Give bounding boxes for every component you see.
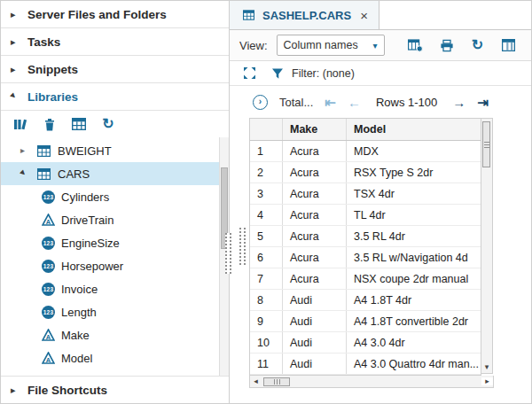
row-number-cell[interactable]: 8 — [250, 290, 282, 310]
column-header-model[interactable]: Model — [346, 119, 481, 140]
make-cell[interactable]: Acura — [282, 141, 346, 161]
prev-page-button[interactable]: ← — [348, 96, 361, 109]
model-cell[interactable]: TSX 4dr — [346, 183, 481, 204]
make-cell[interactable]: Acura — [282, 226, 346, 246]
refresh-icon[interactable]: ↻ — [470, 37, 486, 53]
tree-column-enginesize[interactable]: 123 EngineSize — [1, 231, 219, 254]
make-cell[interactable]: Audi — [282, 290, 346, 310]
make-cell[interactable]: Audi — [282, 332, 346, 353]
row-number-cell[interactable]: 6 — [250, 247, 282, 268]
refresh-icon[interactable]: ↻ — [100, 116, 116, 132]
table-row[interactable]: 6 Acura 3.5 RL w/Navigation 4d — [250, 247, 481, 268]
model-cell[interactable]: A4 3.0 4dr — [346, 332, 481, 353]
tree-column-make[interactable]: A Make — [1, 323, 219, 346]
row-number-cell[interactable]: 7 — [250, 268, 282, 289]
sidebar-section-libraries[interactable]: ▸ Libraries — [1, 83, 229, 111]
row-number-cell[interactable]: 10 — [250, 332, 282, 353]
table-row[interactable]: 7 Acura NSX coupe 2dr manual — [250, 268, 481, 290]
maximize-icon[interactable] — [241, 66, 257, 82]
expand-details-icon[interactable]: › — [253, 95, 268, 110]
view-select[interactable]: Column names ▾ — [277, 35, 385, 56]
model-cell[interactable]: 3.5 RL w/Navigation 4d — [346, 247, 481, 268]
sidebar-section-snippets[interactable]: ▸ Snippets — [1, 56, 229, 83]
horizontal-scrollbar[interactable]: ◂ ▸ — [249, 376, 494, 388]
numeric-column-icon: 123 — [42, 237, 55, 250]
scroll-left-arrow[interactable]: ◂ — [250, 377, 262, 385]
make-cell[interactable]: Acura — [282, 247, 346, 268]
scroll-down-arrow[interactable]: ▾ — [481, 362, 492, 372]
table-row[interactable]: 11 Audi A4 3.0 Quattro 4dr man... — [250, 354, 481, 375]
svg-text:A: A — [46, 356, 51, 364]
row-number-cell[interactable]: 1 — [250, 141, 282, 161]
table-icon[interactable] — [71, 116, 87, 132]
scroll-right-arrow[interactable]: ▸ — [481, 377, 493, 385]
table-icon — [240, 7, 256, 23]
tree-item-cars[interactable]: ▸ CARS — [1, 162, 219, 185]
filter-icon[interactable] — [270, 66, 286, 82]
tab-sashelp-cars[interactable]: SASHELP.CARS × — [230, 1, 379, 29]
model-cell[interactable]: NSX coupe 2dr manual — [346, 268, 481, 289]
table-row[interactable]: 8 Audi A4 1.8T 4dr — [250, 290, 481, 311]
make-cell[interactable]: Audi — [282, 311, 346, 331]
table-row[interactable]: 10 Audi A4 3.0 4dr — [250, 332, 481, 354]
sidebar-section-server-files[interactable]: ▸ Server Files and Folders — [1, 1, 229, 28]
make-cell[interactable]: Acura — [282, 268, 346, 289]
table-row[interactable]: 5 Acura 3.5 RL 4dr — [250, 226, 481, 247]
model-cell[interactable]: A4 1.8T convertible 2dr — [346, 311, 481, 331]
section-label: Server Files and Folders — [27, 8, 167, 21]
row-number-cell[interactable]: 4 — [250, 205, 282, 225]
table-row[interactable]: 3 Acura TSX 4dr — [250, 183, 481, 205]
tree-column-length[interactable]: 123 Length — [1, 300, 219, 323]
tree-column-cylinders[interactable]: 123 Cylinders — [1, 185, 219, 208]
model-cell[interactable]: 3.5 RL 4dr — [346, 226, 481, 246]
model-cell[interactable]: TL 4dr — [346, 205, 481, 225]
print-icon[interactable] — [439, 37, 455, 53]
svg-text:A: A — [46, 218, 51, 226]
sidebar-section-file-shortcuts[interactable]: ▸ File Shortcuts — [1, 376, 229, 403]
new-library-icon[interactable] — [12, 116, 28, 132]
close-icon[interactable]: × — [360, 9, 368, 22]
row-number-cell[interactable]: 3 — [250, 183, 282, 204]
table-row[interactable]: 1 Acura MDX — [250, 141, 481, 162]
tree-column-model[interactable]: A Model — [1, 346, 219, 369]
row-number-cell[interactable]: 11 — [250, 354, 282, 374]
row-number-cell[interactable]: 2 — [250, 162, 282, 183]
numeric-column-icon: 123 — [42, 260, 55, 273]
grid-splitter-handle[interactable] — [239, 228, 246, 265]
tree-column-drivetrain[interactable]: A DriveTrain — [1, 208, 219, 231]
vertical-scrollbar-thumb[interactable] — [482, 121, 490, 167]
model-cell[interactable]: A4 3.0 Quattro 4dr man... — [346, 354, 481, 374]
tree-item-label: BWEIGHT — [58, 144, 112, 158]
row-number-cell[interactable]: 5 — [250, 226, 282, 246]
sidebar-section-tasks[interactable]: ▸ Tasks — [1, 28, 229, 56]
last-page-button[interactable]: ⇥ — [477, 96, 489, 109]
first-page-button[interactable]: ⇤ — [325, 96, 336, 109]
make-cell[interactable]: Audi — [282, 354, 346, 374]
column-header-make[interactable]: Make — [282, 119, 346, 140]
tree-item-label: Make — [61, 329, 90, 342]
model-cell[interactable]: RSX Type S 2dr — [346, 162, 481, 183]
table-row[interactable]: 2 Acura RSX Type S 2dr — [250, 162, 481, 183]
explore-data-icon[interactable] — [408, 37, 424, 53]
model-cell[interactable]: A4 1.8T 4dr — [346, 290, 481, 310]
tree-column-horsepower[interactable]: 123 Horsepower — [1, 254, 219, 277]
model-cell[interactable]: MDX — [346, 141, 481, 161]
table-row[interactable]: 4 Acura TL 4dr — [250, 205, 481, 226]
column-options-icon[interactable] — [501, 37, 517, 53]
next-page-button[interactable]: → — [452, 96, 466, 109]
make-cell[interactable]: Acura — [282, 162, 346, 183]
horizontal-scrollbar-thumb[interactable] — [263, 377, 290, 386]
table-row[interactable]: 9 Audi A4 1.8T convertible 2dr — [250, 311, 481, 332]
vertical-scrollbar[interactable]: ▾ — [481, 118, 493, 374]
panel-splitter-handle[interactable] — [225, 233, 231, 274]
row-number-cell[interactable]: 9 — [250, 311, 282, 331]
make-cell[interactable]: Acura — [282, 205, 346, 225]
row-number-header[interactable] — [250, 119, 282, 140]
libraries-tree: ▸ BWEIGHT ▸ CARS 123 Cylinders — [1, 137, 229, 376]
svg-text:A: A — [46, 333, 51, 341]
table-toolbar: View: Column names ▾ ↻ — [230, 30, 531, 61]
tree-column-invoice[interactable]: 123 Invoice — [1, 277, 219, 300]
delete-icon[interactable] — [42, 116, 58, 132]
tree-item-bweight[interactable]: ▸ BWEIGHT — [1, 139, 219, 162]
make-cell[interactable]: Acura — [282, 183, 346, 204]
